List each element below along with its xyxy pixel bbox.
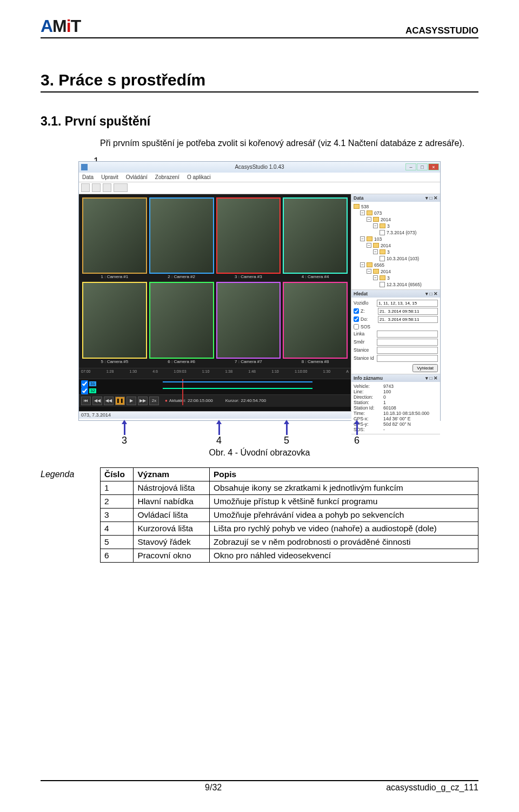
intro-paragraph: Při prvním spuštění je potřeba zvolit si… [100, 137, 478, 149]
search-button[interactable]: Vyhledat [412, 364, 438, 372]
menu-item-oaplikaci[interactable]: O aplikaci [187, 174, 211, 180]
to-input[interactable] [378, 316, 438, 323]
tree-node[interactable]: 3 [387, 249, 390, 255]
camera-tile[interactable]: 5 : Camera #5 [82, 282, 147, 365]
rewind-button[interactable]: ◀◀ [104, 397, 114, 405]
app-window: AcasysStudio 1.0.43 – □ × Data Upravit O… [78, 161, 441, 421]
intro-text: Při prvním spuštění je potřeba zvolit si… [100, 137, 478, 149]
camera-tile[interactable]: 3 : Camera #3 [216, 197, 281, 280]
tree-node[interactable]: 2014 [381, 217, 391, 222]
vehicle-input[interactable] [377, 300, 438, 307]
play-button[interactable]: ▶ [127, 397, 136, 405]
tree-node[interactable]: 3 [387, 223, 390, 229]
from-checkbox[interactable] [354, 308, 359, 314]
tree-leaf[interactable]: 12.3.2014 (6565) [387, 282, 422, 287]
tree-node[interactable]: 3 [387, 275, 390, 281]
direction-input[interactable] [377, 339, 438, 346]
line-label: Linka [354, 331, 375, 336]
toolbar-icon[interactable] [103, 183, 111, 192]
forward-button[interactable]: ▶▶ [138, 397, 148, 405]
cell-meaning: Stavový řádek [134, 535, 210, 549]
logo-letter: i [66, 16, 71, 36]
audio-track[interactable] [163, 381, 312, 387]
tree-node[interactable]: 103 [374, 236, 382, 242]
camera-grid: 1 : Camera #12 : Camera #23 : Camera #34… [79, 194, 351, 368]
expand-icon[interactable]: − [373, 249, 378, 254]
panel-controls-icon[interactable]: ▾ □ ✕ [425, 195, 438, 201]
prev-button[interactable]: ◀◀ [92, 397, 102, 405]
track-checkbox[interactable] [81, 387, 88, 394]
speed-button[interactable]: 2x [149, 397, 159, 405]
to-label: Do: [361, 316, 376, 322]
tree-node[interactable]: 073 [374, 210, 382, 216]
toolbar-dropdown-icon[interactable] [114, 183, 128, 192]
camera-label: 3 : Camera #3 [216, 274, 281, 280]
camera-tile[interactable]: 4 : Camera #4 [283, 197, 348, 280]
tree-node[interactable]: 6565 [374, 262, 384, 268]
camera-image [82, 282, 147, 359]
camera-tile[interactable]: 7 : Camera #7 [216, 282, 281, 365]
camera-tile[interactable]: 8 : Camera #8 [283, 282, 348, 365]
track-checkbox[interactable] [81, 380, 88, 387]
toolbar-icon[interactable] [92, 183, 101, 192]
camera-tile[interactable]: 1 : Camera #1 [82, 197, 147, 280]
menu-item-zobrazeni[interactable]: Zobrazení [155, 174, 179, 180]
minimize-button[interactable]: – [405, 163, 416, 170]
record-dot-icon: ● [165, 398, 168, 403]
panel-controls-icon[interactable]: ▾ □ ✕ [425, 375, 438, 381]
data-tree[interactable]: 538 −073−2014−3 7.3.2014 (073)−103−2014−… [351, 202, 440, 289]
folder-icon [367, 262, 372, 267]
expand-icon[interactable]: − [373, 223, 378, 228]
menu-item-upravit[interactable]: Upravit [101, 174, 118, 180]
skip-start-button[interactable]: ⏮ [81, 397, 91, 405]
table-row: 3Ovládací lištaUmožňuje přehrávání videa… [101, 508, 478, 521]
panel-title: Data [354, 195, 363, 201]
pause-button[interactable]: ❚❚ [115, 397, 125, 405]
expand-icon[interactable]: − [373, 275, 378, 280]
tree-node[interactable]: 2014 [381, 269, 391, 274]
tree-leaf[interactable]: 10.3.2014 (103) [387, 256, 419, 261]
info-value: 14d 36' 00" E [383, 416, 411, 421]
camera-image [283, 197, 348, 274]
cell-meaning: Nástrojová lišta [134, 481, 210, 494]
tree-node[interactable]: 2014 [381, 243, 391, 248]
expand-icon[interactable]: − [367, 269, 371, 274]
menu-item-data[interactable]: Data [82, 174, 94, 180]
tick-label: A [346, 369, 349, 378]
product-name: ACASYSSTUDIO [405, 25, 478, 36]
track-label: 31 [89, 381, 96, 386]
main-menu[interactable]: Data Upravit Ovládání Zobrazení O aplika… [79, 173, 440, 182]
info-key: Station: [354, 400, 383, 405]
camera-tile[interactable]: 6 : Camera #6 [149, 282, 214, 365]
menu-item-ovladani[interactable]: Ovládání [126, 174, 148, 180]
camera-tile[interactable]: 2 : Camera #2 [149, 197, 214, 280]
close-button[interactable]: × [428, 163, 439, 170]
line-input[interactable] [377, 331, 438, 338]
expand-icon[interactable]: − [360, 262, 365, 267]
panel-controls-icon[interactable]: ▾ □ ✕ [425, 291, 438, 296]
expand-icon[interactable]: − [367, 243, 371, 248]
sos-checkbox[interactable] [354, 324, 359, 329]
tree-root[interactable]: 538 [361, 204, 369, 209]
expand-icon[interactable]: − [367, 217, 371, 222]
tree-leaf[interactable]: 7.3.2014 (073) [387, 230, 416, 235]
video-track[interactable] [163, 388, 312, 393]
maximize-button[interactable]: □ [417, 163, 428, 170]
timeline[interactable]: 07:001:281:304:61:09:031:101:381:481:101… [79, 368, 351, 411]
from-input[interactable] [378, 308, 438, 315]
window-title: AcasysStudio 1.0.43 [235, 164, 284, 170]
table-row: 4Kurzorová lištaLišta pro rychlý pohyb v… [101, 521, 478, 535]
toolbar-icon[interactable] [81, 183, 90, 192]
station-input[interactable] [377, 347, 438, 354]
expand-icon[interactable]: − [360, 210, 365, 215]
panel-data: Data▾ □ ✕ 538 −073−2014−3 7.3.2014 (073)… [351, 194, 440, 290]
info-value: 100 [383, 389, 391, 394]
stationid-input[interactable] [377, 355, 438, 362]
to-checkbox[interactable] [354, 316, 359, 322]
info-key: Vehicle: [354, 384, 383, 389]
cell-num: 1 [101, 481, 134, 494]
tick-label: 1:30 [130, 369, 137, 378]
stationid-label: Stanice Id [354, 355, 375, 361]
expand-icon[interactable]: − [360, 236, 365, 241]
tick-label: 4:6 [152, 369, 158, 378]
